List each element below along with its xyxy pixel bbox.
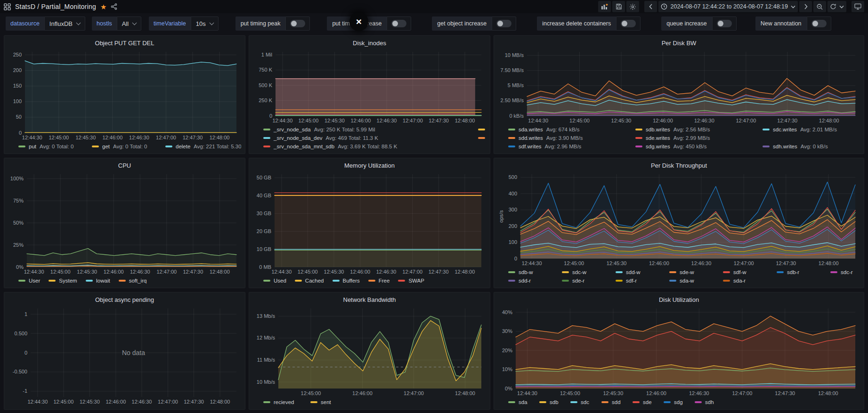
legend-item-sde[interactable]: sde	[633, 399, 655, 405]
chart-per-disk-bw[interactable]: 0 kB/s2.50 MB/s5 MB/s7.50 MB/s10 MB/s12:…	[498, 49, 860, 125]
legend-item-sdc-w[interactable]: sdc-w	[562, 269, 607, 275]
panel-title[interactable]: Object PUT GET DEL	[8, 38, 241, 49]
panel-title[interactable]: Disk_inodes	[253, 38, 486, 49]
legend-item-User[interactable]: User	[18, 278, 40, 283]
svg-text:40 GB: 40 GB	[257, 193, 271, 198]
legend-item-sdc[interactable]: sdc	[570, 399, 593, 405]
legend-item-sdf.writes[interactable]: sdf.writesAvg: 2.96 MB/s	[508, 144, 627, 149]
add-panel-button[interactable]	[598, 1, 611, 12]
toggle-switch[interactable]	[492, 16, 516, 31]
navbar: StatsD / Partial_Monitoring ★ 2024-08-07…	[0, 0, 868, 13]
legend-item-sde-r[interactable]: sde-r	[562, 278, 607, 283]
toggle-switch[interactable]	[285, 16, 310, 31]
legend-item-sdg.writes[interactable]: sdg.writesAvg: 450 kB/s	[635, 144, 754, 149]
chart-object-async-pending[interactable]: -1-0.50000.500112:44:3012:45:0012:45:301…	[8, 305, 241, 406]
legend-item-sdc.writes[interactable]: sdc.writesAvg: 2.01 MB/s	[763, 127, 837, 132]
time-range-text: 2024-08-07 12:44:22 to 2024-08-07 12:48:…	[670, 3, 788, 10]
dashboard-settings-button[interactable]	[626, 1, 639, 12]
close-overlay-button[interactable]: ×	[349, 12, 368, 31]
variable-timevariable-select[interactable]: 10s	[191, 16, 219, 31]
legend-item-sdd-r[interactable]: sdd-r	[508, 278, 553, 283]
panel-object-put-get-del: Object PUT GET DEL 05010015020025012:44:…	[4, 35, 245, 154]
panel-title[interactable]: Object async pending	[8, 294, 241, 305]
legend-item-sdd[interactable]: sdd	[601, 399, 624, 405]
legend-item-_srv_node_sda_boot[interactable]: _srv_node_sda_bootAvg: 304 Total: 7.30 K	[478, 127, 486, 132]
time-range-picker[interactable]: 2024-08-07 12:44:22 to 2024-08-07 12:48:…	[658, 1, 798, 12]
legend-item-sdh[interactable]: sdh	[695, 399, 714, 405]
legend-item-_srv_node_sda_mnt_sdb[interactable]: _srv_node_sda_mnt_sdbAvg: 3.69 K Total: …	[263, 144, 397, 149]
legend-item-sdh.writes[interactable]: sdh.writesAvg: 0 kB/s	[763, 144, 828, 149]
legend-item-Used[interactable]: Used	[263, 278, 286, 283]
variable-datasource-select[interactable]: InfluxDB	[44, 16, 85, 31]
legend-item-sdf-r[interactable]: sdf-r	[616, 278, 661, 283]
legend-item-System[interactable]: System	[49, 278, 77, 283]
time-range-forward-button[interactable]	[799, 1, 812, 12]
legend-item-recieved[interactable]: recieved	[263, 399, 302, 405]
time-range-back-button[interactable]	[644, 1, 657, 12]
panel-title[interactable]: CPU	[8, 160, 241, 171]
save-dashboard-button[interactable]	[612, 1, 625, 12]
kiosk-mode-button[interactable]	[852, 1, 864, 12]
legend-item-sdb-r[interactable]: sdb-r	[777, 269, 822, 275]
chart-disk-utilization[interactable]: 0%10%20%30%40%12:44:3012:45:0012:45:3012…	[498, 305, 860, 397]
legend-item-sda.writes[interactable]: sda.writesAvg: 674 kB/s	[508, 127, 627, 132]
toggle-switch[interactable]	[712, 16, 737, 31]
legend-item-put[interactable]: putAvg: 0 Total: 0	[18, 144, 83, 149]
favorite-star-icon[interactable]: ★	[100, 3, 106, 10]
variable-hostls-select[interactable]: All	[117, 16, 141, 31]
legend-item-SWAP[interactable]: SWAP	[398, 278, 424, 283]
legend-swatch	[119, 280, 126, 282]
svg-text:30 GB: 30 GB	[257, 211, 271, 216]
chart-cpu[interactable]: 0%25%50%75%100%12:44:3012:45:0012:45:301…	[8, 171, 241, 276]
legend-item-sdf-w[interactable]: sdf-w	[723, 269, 768, 275]
legend-item-Free[interactable]: Free	[368, 278, 390, 283]
legend-item-sda-r[interactable]: sda-r	[723, 278, 746, 283]
legend-item-sdb[interactable]: sdb	[539, 399, 562, 405]
toggle-switch[interactable]	[616, 16, 641, 31]
svg-text:75%: 75%	[13, 198, 24, 203]
panel-title[interactable]: Network Bandwidth	[253, 294, 486, 305]
legend-item-sda[interactable]: sda	[508, 399, 531, 405]
legend-item-_srv_node_sda_dev[interactable]: _srv_node_sda_devAvg: 469 Total: 11.3 K	[263, 135, 470, 141]
chart-memory-utilization[interactable]: 0 MB10 GB20 GB30 GB40 GB50 GB12:44:3012:…	[253, 171, 486, 276]
chart-object-put-get-del[interactable]: 05010015020025012:44:3012:45:0012:45:301…	[8, 49, 241, 142]
zoom-out-time-button[interactable]	[813, 1, 826, 12]
chart-network-bandwidth[interactable]: 10 Mb/s11 Mb/s12 Mb/s13 Mb/s12:45:0012:4…	[253, 305, 486, 397]
panel-memory-utilization: Memory Utilization 0 MB10 GB20 GB30 GB40…	[249, 158, 490, 288]
toggle-switch[interactable]	[807, 16, 831, 31]
legend-item-Cached[interactable]: Cached	[295, 278, 324, 283]
svg-text:12:44:30: 12:44:30	[22, 135, 42, 140]
chart-per-disk-throughput[interactable]: 010020030040050012:44:3012:45:0012:45:30…	[498, 171, 860, 267]
panel-title[interactable]: Memory Utilization	[253, 160, 486, 171]
legend-swatch	[165, 146, 172, 147]
panel-title[interactable]: Per Disk BW	[498, 38, 860, 49]
legend-item-_srv_node_sda[interactable]: _srv_node_sdaAvg: 250 K Total: 5.99 Mil	[263, 127, 470, 132]
legend-swatch	[18, 146, 25, 147]
refresh-button[interactable]	[827, 1, 846, 12]
legend-item-sent[interactable]: sent	[310, 399, 331, 405]
panel-title[interactable]: Disk Utilization	[498, 294, 860, 305]
legend-item-sdb.writes[interactable]: sdb.writesAvg: 2.56 MB/s	[635, 127, 754, 132]
legend-item-sda-w[interactable]: sda-w	[669, 278, 714, 283]
legend-item-Buffers[interactable]: Buffers	[333, 278, 360, 283]
legend-item-_srv_node_sda_dev_shm[interactable]: _srv_node_sda_dev_shmAvg: 1 Total: 24	[478, 135, 486, 141]
legend-item-sdc-r[interactable]: sdc-r	[830, 269, 853, 275]
legend-item-sde.writes[interactable]: sde.writesAvg: 2.99 MB/s	[635, 135, 710, 141]
svg-text:0%: 0%	[16, 264, 24, 270]
breadcrumb[interactable]: StatsD / Partial_Monitoring	[15, 3, 96, 10]
legend-item-sdd.writes[interactable]: sdd.writesAvg: 3.90 MB/s	[508, 135, 627, 141]
legend-item-soft_irq[interactable]: soft_irq	[119, 278, 147, 283]
svg-text:500 K: 500 K	[259, 82, 272, 88]
legend-item-get[interactable]: getAvg: 0 Total: 0	[92, 144, 157, 149]
toggle-switch[interactable]	[387, 16, 411, 31]
legend-item-sdg[interactable]: sdg	[664, 399, 686, 405]
legend-item-sdb-w[interactable]: sdb-w	[508, 269, 553, 275]
legend-item-delete[interactable]: deleteAvg: 221 Total: 5.30 K	[165, 144, 241, 149]
chart-disk-inodes[interactable]: 0250 K500 K750 K1 Mil12:44:3012:45:0012:…	[253, 49, 486, 125]
apps-grid-icon[interactable]	[4, 3, 11, 10]
panel-title[interactable]: Per Disk Throughput	[498, 160, 860, 171]
legend-item-Iowait[interactable]: Iowait	[86, 278, 110, 283]
share-icon[interactable]	[111, 3, 117, 10]
legend-item-sde-w[interactable]: sde-w	[669, 269, 714, 275]
legend-item-sdd-w[interactable]: sdd-w	[616, 269, 661, 275]
